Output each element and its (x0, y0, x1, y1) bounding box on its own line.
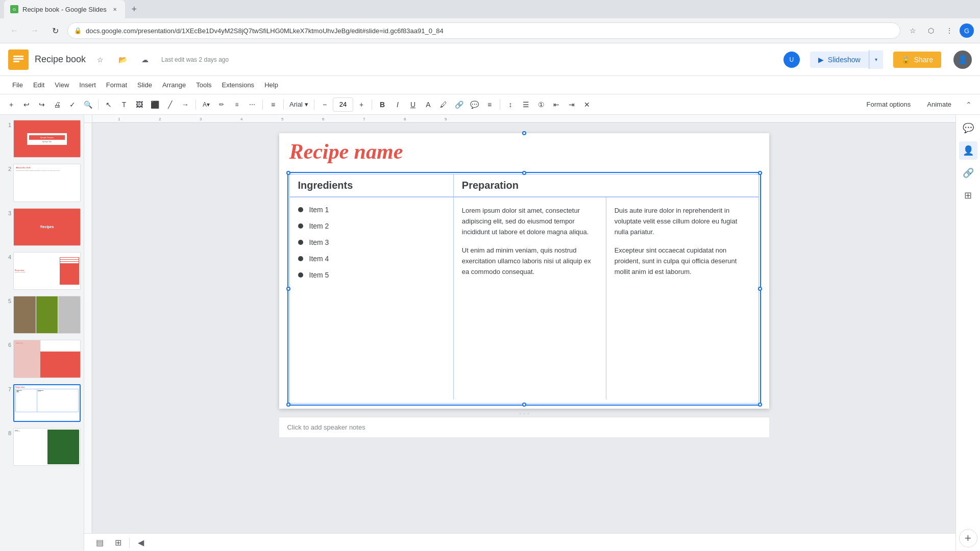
item-3-text: Item 3 (309, 238, 329, 246)
forward-button[interactable]: → (27, 22, 43, 39)
clear-format-button[interactable]: ✕ (580, 97, 594, 112)
cursor-button[interactable]: ↖ (102, 97, 116, 112)
menu-tools[interactable]: Tools (192, 79, 215, 91)
canvas-scroll[interactable]: Recipe name Ingredients Preparation (92, 123, 955, 533)
animate-button[interactable]: Animate (921, 98, 958, 110)
line-weight-button[interactable]: ≡ (230, 97, 244, 112)
browser-nav-right: ☆ ⬡ ⋮ G (904, 22, 974, 39)
bullets-button[interactable]: ☰ (519, 97, 533, 112)
menu-edit[interactable]: Edit (29, 79, 48, 91)
sidebar-icon-person[interactable]: 👤 (959, 141, 977, 160)
text-color-button[interactable]: A (421, 97, 435, 112)
recipe-name-text[interactable]: Recipe name (289, 139, 759, 164)
font-selector[interactable]: Arial ▾ (287, 97, 311, 112)
slide-thumb-7[interactable]: 7 Recipe name Ingredients • Item 1• Item… (2, 383, 82, 423)
slide-thumb-8[interactable]: 8 Greens Description text... (2, 427, 82, 467)
redo-button[interactable]: ↪ (35, 97, 49, 112)
bold-button[interactable]: B (375, 97, 389, 112)
ingredients-header[interactable]: Ingredients (290, 174, 454, 196)
print-button[interactable]: 🖨 (50, 97, 64, 112)
thumb-content-8: Greens Description text... (13, 428, 81, 466)
share-button[interactable]: 🔒 Share (893, 52, 941, 68)
slide-thumb-2[interactable]: 2 About the chef Lorem ipsum dolor sit a… (2, 163, 82, 203)
textbox-button[interactable]: T (117, 97, 131, 112)
background-color-button[interactable]: A▾ (199, 97, 213, 112)
font-size-input[interactable] (333, 97, 353, 112)
line-button[interactable]: ╱ (163, 97, 177, 112)
align-button[interactable]: ≡ (266, 97, 280, 112)
menu-arrange[interactable]: Arrange (158, 79, 190, 91)
thumb4-row (60, 258, 79, 259)
cloud-save-button[interactable]: ☁ (137, 52, 153, 68)
slideshow-dropdown-button[interactable]: ▾ (869, 51, 883, 69)
move-to-folder-button[interactable]: 📂 (114, 52, 131, 68)
preparation-header[interactable]: Preparation (454, 174, 758, 196)
format-options-button[interactable]: Format options (861, 98, 917, 110)
thumb7-ingredients: Ingredients • Item 1• Item 2• Item 3 (16, 389, 37, 412)
arrow-button[interactable]: → (178, 97, 192, 112)
toolbar-sep-2 (195, 99, 196, 110)
spelling-button[interactable]: ✓ (65, 97, 80, 112)
slide-thumb-4[interactable]: 4 Recipe name Ingredients Preparation (2, 251, 82, 291)
tab-close-button[interactable]: ✕ (111, 5, 119, 13)
menu-format[interactable]: Format (102, 79, 131, 91)
collapse-toolbar-button[interactable]: ⌃ (962, 97, 976, 112)
reload-button[interactable]: ↻ (47, 22, 63, 39)
comment-button[interactable]: 💬 (467, 97, 481, 112)
sidebar-add-button[interactable]: + (959, 529, 977, 547)
collapse-panel-button[interactable]: ◀ (134, 536, 148, 550)
shape-button[interactable]: ⬛ (148, 97, 162, 112)
prep-col2[interactable]: Duis aute irure dolor in reprehenderit i… (606, 197, 758, 399)
zoom-button[interactable]: 🔍 (81, 97, 95, 112)
link-button[interactable]: 🔗 (452, 97, 466, 112)
prep-col1[interactable]: Lorem ipsum dolor sit amet, consectetur … (454, 197, 606, 399)
indent-less-button[interactable]: ⇤ (549, 97, 564, 112)
star-button[interactable]: ☆ (92, 52, 108, 68)
line-spacing-button[interactable]: ↕ (503, 97, 518, 112)
slideshow-icon: ▶ (818, 56, 824, 64)
browser-menu-button[interactable]: ⋮ (941, 22, 958, 39)
back-button[interactable]: ← (6, 22, 22, 39)
menu-insert[interactable]: Insert (75, 79, 100, 91)
sidebar-icon-link[interactable]: 🔗 (959, 164, 977, 182)
menu-view[interactable]: View (51, 79, 73, 91)
sidebar-icon-chat[interactable]: 💬 (959, 119, 977, 137)
menu-extensions[interactable]: Extensions (218, 79, 259, 91)
slide-thumb-5[interactable]: 5 (2, 295, 82, 335)
active-tab[interactable]: G Recipe book - Google Slides ✕ (4, 0, 125, 18)
slide-canvas[interactable]: Recipe name Ingredients Preparation (279, 133, 769, 409)
add-button[interactable]: + (4, 97, 18, 112)
grid-view-button[interactable]: ⊞ (111, 536, 125, 550)
font-size-decrease[interactable]: − (317, 97, 332, 112)
bookmark-button[interactable]: ☆ (904, 22, 921, 39)
new-tab-button[interactable]: + (127, 2, 141, 16)
recipe-table-outer[interactable]: Ingredients Preparation (289, 174, 759, 404)
ingredients-column[interactable]: Item 1 Item 2 Item 3 (290, 197, 454, 399)
font-size-increase[interactable]: + (354, 97, 369, 112)
slide-thumb-3[interactable]: 3 Recipes (2, 207, 82, 247)
underline-button[interactable]: U (406, 97, 420, 112)
slide-thumb-1[interactable]: 1 Simple Snacks By Ryan Title (2, 119, 82, 159)
profile-button[interactable]: G (960, 23, 974, 38)
slide-thumb-6[interactable]: 6 RECIPE NAME (2, 339, 82, 379)
address-bar[interactable]: 🔒 docs.google.com/presentation/d/1XEcBe1… (67, 22, 900, 39)
menu-help[interactable]: Help (260, 79, 282, 91)
sidebar-icon-grid[interactable]: ⊞ (959, 186, 977, 205)
border-dash-button[interactable]: ⋯ (245, 97, 259, 112)
indent-more-button[interactable]: ⇥ (565, 97, 579, 112)
menu-slide[interactable]: Slide (133, 79, 156, 91)
extension-button[interactable]: ⬡ (923, 22, 939, 39)
user-avatar[interactable]: 👤 (953, 51, 972, 69)
undo-button[interactable]: ↩ (19, 97, 34, 112)
toolbar-sep-3 (262, 99, 263, 110)
numbered-list-button[interactable]: ① (534, 97, 548, 112)
line-color-button[interactable]: ✏ (214, 97, 229, 112)
highlight-button[interactable]: 🖊 (436, 97, 451, 112)
text-align-button[interactable]: ≡ (482, 97, 497, 112)
speaker-notes[interactable]: Click to add speaker notes (279, 417, 769, 437)
italic-button[interactable]: I (390, 97, 405, 112)
filmstrip-view-button[interactable]: ▤ (92, 536, 107, 550)
menu-file[interactable]: File (8, 79, 27, 91)
image-button[interactable]: 🖼 (132, 97, 146, 112)
slideshow-button[interactable]: ▶ Slideshow (810, 52, 869, 68)
